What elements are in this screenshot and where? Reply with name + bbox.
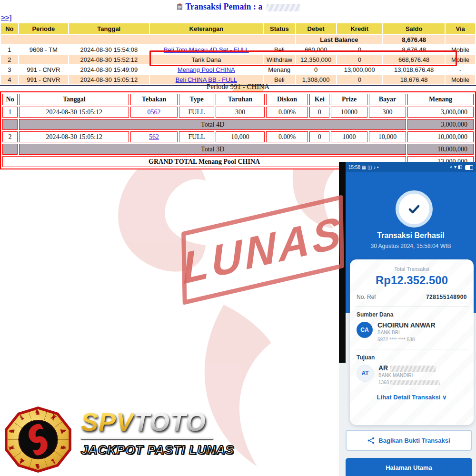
cell-prize: 1000 <box>331 131 367 142</box>
cell-tanggal: 2024-08-30 15:49:09 <box>69 65 149 74</box>
detail-transaction-link[interactable]: Lihat Detail Transaksi ∨ <box>357 394 467 401</box>
cell-debet: 0 <box>296 65 336 74</box>
col-saldo: Saldo <box>383 23 445 34</box>
back-link[interactable]: >>] <box>1 13 12 21</box>
site-logo: ♞♜♟♞♝ ♞♟♜♞♝ SPVTOTO JACKPOT PASTI LUNAS <box>0 402 219 476</box>
col-no: No <box>1 23 18 34</box>
cell-no: 2 <box>1 55 18 64</box>
col-taruhan: Taruhan <box>216 94 265 105</box>
cell-kredit: 13,000,000 <box>337 65 383 74</box>
withdraw-highlight-box <box>149 50 457 66</box>
col-tebakan: Tebakan <box>130 94 178 105</box>
status-badge: Menang <box>264 65 295 74</box>
zodiac-medallion-icon: ♞♜♟♞♝ ♞♟♜♞♝ <box>2 405 74 474</box>
source-account-number: 5972 **** **** 538 <box>377 336 436 343</box>
cell-via: - <box>446 65 475 74</box>
cell-tanggal: 2024-08-30 15:05:12 <box>19 131 129 142</box>
col-tanggal: Tanggal <box>69 23 149 34</box>
destination-account-number: 1360 <box>378 379 440 386</box>
share-receipt-button[interactable]: Bagikan Bukti Transaksi <box>346 430 472 451</box>
phone-status-bar: 15:58 ▦ ◫ ♪ • ◐ ▾ ◧ <box>346 162 476 172</box>
cell-type: FULL <box>179 131 214 142</box>
cell-bayar: 10,000 <box>369 131 406 142</box>
destination-bank: BANK MANDIRI <box>378 372 440 379</box>
cell-periode: 991 - CNVR <box>19 65 68 74</box>
col-status: Status <box>264 23 295 34</box>
col-kei: Kei <box>309 94 329 105</box>
cell-bayar: 300 <box>369 107 406 118</box>
status-right-icons: ◐ ▾ ◧ <box>450 164 462 169</box>
last-balance-label: Last Balance <box>296 35 382 44</box>
cell-type: FULL <box>179 107 214 118</box>
col-periode: Periode <box>19 23 68 34</box>
col-diskon: Diskon <box>266 94 308 105</box>
phone-receipt-screenshot: 15:58 ▦ ◫ ♪ • ◐ ▾ ◧ Transaksi Berhasil 3… <box>339 162 476 476</box>
keterangan-link[interactable]: Beli CHINA BB - FULL <box>176 76 237 83</box>
tebakan-link[interactable]: 562 <box>149 133 159 140</box>
destination-section-label: Tujuan <box>357 354 467 361</box>
ref-number-label: No. Ref <box>357 294 376 300</box>
source-section-label: Sumber Dana <box>357 311 467 318</box>
table2-header-row: No Tanggal Tebakan Type Taruhan Diskon K… <box>2 94 474 105</box>
brand-tagline: JACKPOT PASTI LUNAS <box>81 443 219 457</box>
brand-wordmark: SPVTOTO JACKPOT PASTI LUNAS <box>81 408 219 457</box>
ref-number-value: 728155148900 <box>426 294 467 300</box>
col-bayar: Bayar <box>369 94 406 105</box>
total-transaction-label: Total Transaksi <box>357 266 467 272</box>
total-3d-value: 10,000,000 <box>407 144 474 155</box>
col-type: Type <box>179 94 214 105</box>
cell-tanggal: 2024-08-30 15:54:08 <box>69 45 149 54</box>
cell-no: 2 <box>2 131 18 142</box>
cell-kei: 0 <box>309 131 329 142</box>
receipt-datetime: 30 Agustus 2024, 15:58:04 WIB <box>346 243 476 249</box>
cell-taruhan: 10,000 <box>216 131 265 142</box>
keterangan-link[interactable]: Menang Pool CHINA <box>178 66 235 73</box>
cell-tanggal: 2024-08-30 15:05:12 <box>19 107 129 118</box>
periode-table: No Tanggal Tebakan Type Taruhan Diskon K… <box>0 91 476 169</box>
chevron-down-icon: ∨ <box>442 394 447 401</box>
status-time: 15:58 <box>348 165 360 170</box>
cell-saldo: 13,018,676.48 <box>383 65 445 74</box>
cell-menang: 3,000,000 <box>407 107 474 118</box>
col-no: No <box>2 94 18 105</box>
bet-row: 2 2024-08-30 15:05:12 562 FULL 10,000 0.… <box>2 131 474 142</box>
receipt-title: Transaksi Berhasil <box>346 231 476 240</box>
table-row: 3 991 - CNVR 2024-08-30 15:49:09 Menang … <box>1 65 475 74</box>
receipt-card: Total Transaksi Rp12.352.500 No. Ref 728… <box>350 259 474 425</box>
cell-diskon: 0.00% <box>266 107 308 118</box>
tebakan-link[interactable]: 0562 <box>148 109 161 116</box>
avatar: AT <box>357 365 374 382</box>
status-left-icons: ▦ ◫ ♪ • <box>362 165 379 170</box>
col-via: Via <box>446 23 475 34</box>
cell-kei: 0 <box>309 107 329 118</box>
periode-table-title: Periode 991 - CHINA <box>0 83 476 91</box>
dragon-core-icon <box>18 420 58 459</box>
total-3d-label: Total 3D <box>19 144 406 155</box>
total-4d-value: 3,000,000 <box>407 119 474 130</box>
col-debet: Debet <box>296 23 336 34</box>
cell-prize: 10000 <box>331 107 367 118</box>
col-kredit: Kredit <box>337 23 383 34</box>
total-4d-label: Total 4D <box>19 119 406 130</box>
divider <box>355 349 469 349</box>
last-balance-value: 8,676.48 <box>383 35 445 44</box>
divider <box>355 306 469 307</box>
lunas-stamp: LUNAS <box>181 195 344 305</box>
success-check-icon <box>396 190 433 228</box>
account-redaction <box>390 380 440 385</box>
source-account-row: CA CHOIRUN ANWAR BANK BRI 5972 **** ****… <box>357 322 467 343</box>
bet-row: 1 2024-08-30 15:05:12 0562 FULL 300 0.00… <box>2 107 474 118</box>
cell-diskon: 0.00% <box>266 131 308 142</box>
total-transaction-amount: Rp12.352.500 <box>357 274 467 287</box>
home-page-button[interactable]: Halaman Utama <box>346 458 472 476</box>
cell-menang: 10,000,000 <box>407 131 474 142</box>
page-header: Transaksi Pemain : a <box>0 2 476 12</box>
avatar: CA <box>357 322 373 338</box>
col-tanggal: Tanggal <box>19 94 129 105</box>
destination-account-row: AT AR BANK MANDIRI 1360 <box>357 365 467 386</box>
page-title: Transaksi Pemain : a <box>185 2 262 11</box>
col-prize: Prize <box>331 94 367 105</box>
cell-periode <box>19 55 68 64</box>
battery-icon <box>465 165 473 170</box>
brand-divider <box>81 437 213 439</box>
